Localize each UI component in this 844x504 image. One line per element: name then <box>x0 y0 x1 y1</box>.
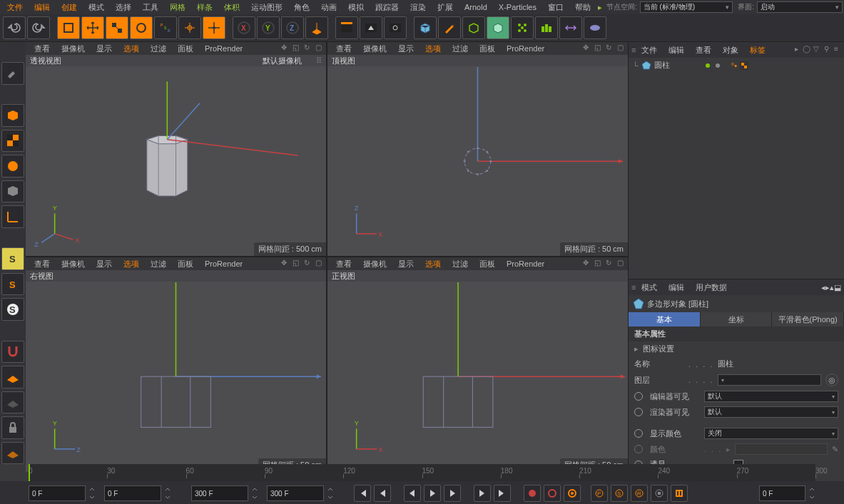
start-frame-field[interactable]: 0 F <box>29 485 86 501</box>
object-tree-item-cylinder[interactable]: └ 圆柱 °• <box>629 58 844 73</box>
attr-tab-basic[interactable]: 基本 <box>629 312 701 326</box>
rotate-tool[interactable] <box>130 16 153 39</box>
axis-z-button[interactable]: Z <box>281 16 304 39</box>
end2-frame-field[interactable]: 300 F <box>267 485 324 501</box>
vp-move-icon[interactable]: ✥ <box>279 43 289 53</box>
timeline-ruler[interactable]: 0306090120150180210240270300 <box>29 464 815 481</box>
vp-filter[interactable]: 过滤 <box>145 42 172 56</box>
axis-y-button[interactable]: Y <box>257 16 280 39</box>
move-tool[interactable] <box>81 16 104 39</box>
menu-select[interactable]: 选择 <box>110 1 137 14</box>
cube-primitive-button[interactable] <box>414 16 437 39</box>
radio-icon[interactable] <box>634 429 643 438</box>
object-mode-button[interactable] <box>1 180 24 203</box>
attr-layer-field[interactable] <box>718 374 821 386</box>
am-pin-icon[interactable]: ⬓ <box>834 283 841 292</box>
op-tags[interactable]: 标签 <box>744 43 771 57</box>
menu-mesh[interactable]: 网格 <box>164 1 191 14</box>
vp-view[interactable]: 查看 <box>29 42 56 56</box>
render-view-button[interactable] <box>335 16 358 39</box>
point-mode-button[interactable]: S <box>1 247 24 270</box>
attr-visr-select[interactable]: 默认 <box>704 406 838 418</box>
attr-name-value[interactable]: 圆柱 <box>718 359 838 369</box>
axis-x-button[interactable]: X <box>233 16 255 39</box>
bend-button[interactable] <box>584 16 606 39</box>
frame-display[interactable]: 0 F <box>759 485 805 501</box>
menu-plugins[interactable]: 扩展 <box>432 1 459 14</box>
op-file[interactable]: 文件 <box>636 43 663 57</box>
vp-max-icon[interactable]: ▢ <box>313 43 323 53</box>
menu-simulate[interactable]: 模拟 <box>342 1 370 14</box>
goto-end-button[interactable] <box>494 485 511 502</box>
axis-center-tool[interactable] <box>203 16 225 39</box>
menu-render[interactable]: 渲染 <box>405 1 432 14</box>
op-object[interactable]: 对象 <box>717 43 744 57</box>
redo-button[interactable] <box>27 16 50 39</box>
menu-create[interactable]: 创建 <box>56 1 83 14</box>
keyframe-sel-button[interactable] <box>564 485 581 502</box>
vp-prorender[interactable]: ProRender <box>199 43 248 54</box>
coord-system-button[interactable] <box>305 16 328 39</box>
key-param-button[interactable] <box>651 485 668 502</box>
radio-icon[interactable] <box>634 392 643 401</box>
playhead[interactable] <box>29 464 30 481</box>
stepper-icon[interactable] <box>251 486 258 500</box>
deformer-button[interactable] <box>535 16 558 39</box>
am-mode[interactable]: 模式 <box>636 281 663 294</box>
lock-button[interactable] <box>1 416 24 439</box>
render-picture-button[interactable] <box>360 16 382 39</box>
snap-settings-button[interactable] <box>1 442 24 465</box>
menu-character[interactable]: 角色 <box>288 1 315 14</box>
op-edit[interactable]: 编辑 <box>663 43 690 57</box>
stepper-icon[interactable] <box>808 486 815 500</box>
prev-key-button[interactable] <box>374 485 391 502</box>
color-swatch[interactable] <box>735 443 828 455</box>
menu-mograph[interactable]: 运动图形 <box>245 1 288 14</box>
pick-layer-icon[interactable]: ◎ <box>825 374 838 386</box>
vp2-canvas[interactable]: YZ 网格间距 : 50 cm <box>26 282 326 471</box>
vp-display[interactable]: 显示 <box>91 42 118 56</box>
vp-panel[interactable]: 面板 <box>172 42 199 56</box>
workplane-mode-button[interactable] <box>1 155 24 178</box>
menu-tools[interactable]: 工具 <box>137 1 164 14</box>
menu-help[interactable]: 帮助 <box>569 1 596 14</box>
key-scale-button[interactable]: S <box>611 485 628 502</box>
end-frame-field[interactable]: 300 F <box>191 485 248 501</box>
stepper-icon[interactable] <box>327 486 334 500</box>
op-view[interactable]: 查看 <box>690 43 717 57</box>
attr-vise-select[interactable]: 默认 <box>704 391 838 402</box>
key-pla-button[interactable] <box>671 485 688 502</box>
texture-mode-button[interactable] <box>1 130 24 153</box>
search-icon[interactable]: ⚲ <box>821 45 831 55</box>
attr-icon-settings[interactable]: ▸图标设置 <box>629 341 844 356</box>
last-tool[interactable] <box>178 16 201 39</box>
menu-mode[interactable]: 模式 <box>83 1 110 14</box>
menu-volume[interactable]: 体积 <box>218 1 245 14</box>
model-mode-button[interactable] <box>1 104 24 127</box>
am-edit[interactable]: 编辑 <box>663 281 690 294</box>
phong-tag-icon[interactable] <box>740 61 748 70</box>
goto-start-button[interactable] <box>354 485 371 502</box>
volume-cube-button[interactable] <box>462 16 485 39</box>
select-tool[interactable] <box>57 16 80 39</box>
vis-render-icon[interactable] <box>714 62 721 69</box>
vp0-canvas[interactable]: Y X Z 网格间距 : 500 cm <box>26 66 326 256</box>
step-back-button[interactable] <box>404 485 421 502</box>
attr-dispcol-select[interactable]: 关闭 <box>704 428 838 439</box>
subdiv-button[interactable] <box>487 16 509 39</box>
menu-window[interactable]: 窗口 <box>542 1 569 14</box>
key-pos-button[interactable]: P <box>591 485 608 502</box>
next-key-button[interactable] <box>474 485 491 502</box>
layout-select[interactable]: 启动 <box>757 1 843 13</box>
magnet-button[interactable] <box>1 341 24 364</box>
menu-spline[interactable]: 样条 <box>191 1 218 14</box>
play-button-icon[interactable]: ▸ <box>596 3 604 12</box>
edge-mode-button[interactable]: S <box>1 273 24 296</box>
vis-editor-icon[interactable] <box>704 62 711 69</box>
object-tree[interactable]: └ 圆柱 °• <box>629 58 844 279</box>
psr-tool[interactable]: PSR <box>154 16 177 39</box>
arrow-icon[interactable]: ▸ <box>791 45 801 55</box>
camera-light-button[interactable] <box>559 16 582 39</box>
menu-xparticles[interactable]: X-Particles <box>493 1 542 13</box>
scale-tool[interactable] <box>106 16 128 39</box>
